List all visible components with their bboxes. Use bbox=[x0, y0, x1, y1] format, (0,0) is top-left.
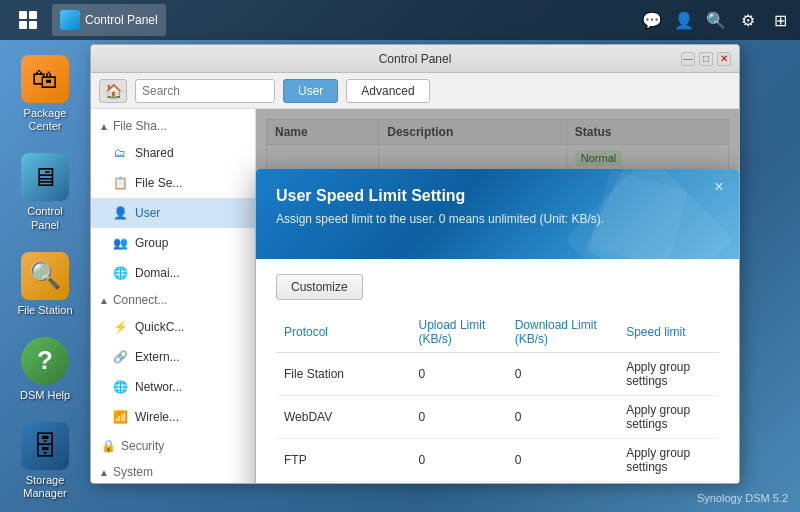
upload-cell-webdav: 0 bbox=[411, 396, 507, 439]
network-icon: 🌐 bbox=[111, 378, 129, 396]
sidebar-section-header-connectivity[interactable]: ▲ Connect... bbox=[91, 288, 255, 312]
cp-tab-advanced[interactable]: Advanced bbox=[346, 79, 429, 103]
package-center-icon: 🛍 bbox=[21, 55, 69, 103]
cp-minimize-btn[interactable]: — bbox=[681, 52, 695, 66]
download-cell-ftp: 0 bbox=[507, 439, 619, 482]
speed-limit-cell-webdav: Apply group settings bbox=[618, 396, 719, 439]
synology-text: Synology bbox=[697, 492, 742, 504]
col-protocol: Protocol bbox=[276, 312, 411, 353]
connectivity-section-label: Connect... bbox=[113, 293, 168, 307]
storage-manager-icon: 🗄 bbox=[21, 422, 69, 470]
protocol-cell-webdav: WebDAV bbox=[276, 396, 411, 439]
widgets-icon[interactable]: ⊞ bbox=[770, 10, 790, 30]
cp-toolbar: 🏠 User Advanced bbox=[91, 73, 739, 109]
storage-manager-label: StorageManager bbox=[23, 474, 66, 500]
cp-titlebar: Control Panel — □ ✕ bbox=[91, 45, 739, 73]
connectivity-caret-icon: ▲ bbox=[99, 295, 109, 306]
download-cell-networkbackup: 0 bbox=[507, 482, 619, 485]
control-panel-icon: 🖥 bbox=[21, 153, 69, 201]
speed-limit-cell-filestation: Apply group settings bbox=[618, 353, 719, 396]
cp-main: Name Description Status Normal bbox=[256, 109, 739, 483]
grid-icon bbox=[19, 11, 37, 29]
sidebar-item-quickconnect-label: QuickC... bbox=[135, 320, 184, 334]
desktop-icon-control-panel[interactable]: 🖥 Control Panel bbox=[10, 148, 80, 236]
shared-icon: 🗂 bbox=[111, 144, 129, 162]
sidebar-item-group-label: Group bbox=[135, 236, 168, 250]
upload-cell-networkbackup: 0 bbox=[411, 482, 507, 485]
desktop-icon-package-center[interactable]: 🛍 PackageCenter bbox=[10, 50, 80, 138]
sidebar-item-shared[interactable]: 🗂 Shared bbox=[91, 138, 255, 168]
sidebar-section-user: 👤 User 👥 Group 🌐 Domai... bbox=[91, 198, 255, 288]
sidebar-item-fileservices[interactable]: 📋 File Se... bbox=[91, 168, 255, 198]
sidebar-item-fileservices-label: File Se... bbox=[135, 176, 182, 190]
dsm-help-label: DSM Help bbox=[20, 389, 70, 402]
sidebar-section-security: 🔒 Security bbox=[91, 432, 255, 460]
sidebar-section-header-security[interactable]: 🔒 Security bbox=[91, 432, 255, 460]
wizard-body: Customize Protocol Upload Limit (KB/s) D… bbox=[256, 259, 739, 484]
sidebar-section-header-system[interactable]: ▲ System bbox=[91, 460, 255, 483]
cp-sidebar: ▲ File Sha... 🗂 Shared 📋 File Se... bbox=[91, 109, 256, 483]
protocol-cell-ftp: FTP bbox=[276, 439, 411, 482]
cp-close-btn[interactable]: ✕ bbox=[717, 52, 731, 66]
filesharing-section-label: File Sha... bbox=[113, 119, 167, 133]
control-panel-window: Control Panel — □ ✕ 🏠 User Advanced ▲ bbox=[90, 44, 740, 484]
desktop-icon-storage-manager[interactable]: 🗄 StorageManager bbox=[10, 417, 80, 505]
sidebar-item-domain-label: Domai... bbox=[135, 266, 180, 280]
control-panel-taskbar-icon bbox=[60, 10, 80, 30]
cp-maximize-btn[interactable]: □ bbox=[699, 52, 713, 66]
upload-cell-ftp: 0 bbox=[411, 439, 507, 482]
taskbar-app-label: Control Panel bbox=[85, 13, 158, 27]
sidebar-section-header-filesharing[interactable]: ▲ File Sha... bbox=[91, 114, 255, 138]
cp-window-title: Control Panel bbox=[149, 52, 681, 66]
desktop-icon-dsm-help[interactable]: ? DSM Help bbox=[10, 332, 80, 407]
sidebar-section-connectivity: ▲ Connect... ⚡ QuickC... 🔗 Extern... 🌐 N… bbox=[91, 288, 255, 432]
taskbar-left: Control Panel bbox=[10, 4, 166, 36]
chat-icon[interactable]: 💬 bbox=[642, 10, 662, 30]
wizard-close-button[interactable]: × bbox=[709, 177, 729, 197]
file-station-icon: 🔍 bbox=[21, 252, 69, 300]
col-download: Download Limit (KB/s) bbox=[507, 312, 619, 353]
desktop-icons: 🛍 PackageCenter 🖥 Control Panel 🔍 File S… bbox=[10, 50, 80, 506]
sidebar-item-wireless-label: Wirele... bbox=[135, 410, 179, 424]
speed-limit-cell-networkbackup: Apply group settings bbox=[618, 482, 719, 485]
file-station-label: File Station bbox=[17, 304, 72, 317]
sidebar-item-group[interactable]: 👥 Group bbox=[91, 228, 255, 258]
cp-home-button[interactable]: 🏠 bbox=[99, 79, 127, 103]
sidebar-item-external[interactable]: 🔗 Extern... bbox=[91, 342, 255, 372]
col-speed-limit: Speed limit bbox=[618, 312, 719, 353]
fileservices-icon: 📋 bbox=[111, 174, 129, 192]
protocol-cell-filestation: File Station bbox=[276, 353, 411, 396]
sidebar-item-network[interactable]: 🌐 Networ... bbox=[91, 372, 255, 402]
sidebar-item-quickconnect[interactable]: ⚡ QuickC... bbox=[91, 312, 255, 342]
download-cell-webdav: 0 bbox=[507, 396, 619, 439]
customize-button[interactable]: Customize bbox=[276, 274, 363, 300]
apps-grid-button[interactable] bbox=[10, 4, 46, 36]
table-row: File Station 0 0 Apply group settings bbox=[276, 353, 719, 396]
cp-win-controls: — □ ✕ bbox=[681, 52, 731, 66]
system-section-label: System bbox=[113, 465, 153, 479]
group-icon: 👥 bbox=[111, 234, 129, 252]
domain-icon: 🌐 bbox=[111, 264, 129, 282]
sidebar-item-user[interactable]: 👤 User bbox=[91, 198, 255, 228]
dsm-version: DSM 5.2 bbox=[745, 492, 788, 504]
external-icon: 🔗 bbox=[111, 348, 129, 366]
security-section-label: Security bbox=[121, 439, 164, 453]
taskbar-active-app[interactable]: Control Panel bbox=[52, 4, 166, 36]
sidebar-item-wireless[interactable]: 📶 Wirele... bbox=[91, 402, 255, 432]
sidebar-item-domain[interactable]: 🌐 Domai... bbox=[91, 258, 255, 288]
user-creation-wizard: User Speed Limit Setting Assign speed li… bbox=[256, 169, 739, 484]
sidebar-section-filesharing: ▲ File Sha... 🗂 Shared 📋 File Se... bbox=[91, 114, 255, 198]
settings-icon[interactable]: ⚙ bbox=[738, 10, 758, 30]
table-row: WebDAV 0 0 Apply group settings bbox=[276, 396, 719, 439]
dsm-help-icon: ? bbox=[21, 337, 69, 385]
modal-overlay: User Speed Limit Setting Assign speed li… bbox=[256, 109, 739, 483]
cp-search-input[interactable] bbox=[135, 79, 275, 103]
sidebar-item-user-label: User bbox=[135, 206, 160, 220]
search-icon[interactable]: 🔍 bbox=[706, 10, 726, 30]
desktop-icon-file-station[interactable]: 🔍 File Station bbox=[10, 247, 80, 322]
taskbar-right: 💬 👤 🔍 ⚙ ⊞ bbox=[642, 10, 790, 30]
sidebar-item-network-label: Networ... bbox=[135, 380, 182, 394]
user-icon[interactable]: 👤 bbox=[674, 10, 694, 30]
speed-limit-cell-ftp: Apply group settings bbox=[618, 439, 719, 482]
cp-tab-user[interactable]: User bbox=[283, 79, 338, 103]
